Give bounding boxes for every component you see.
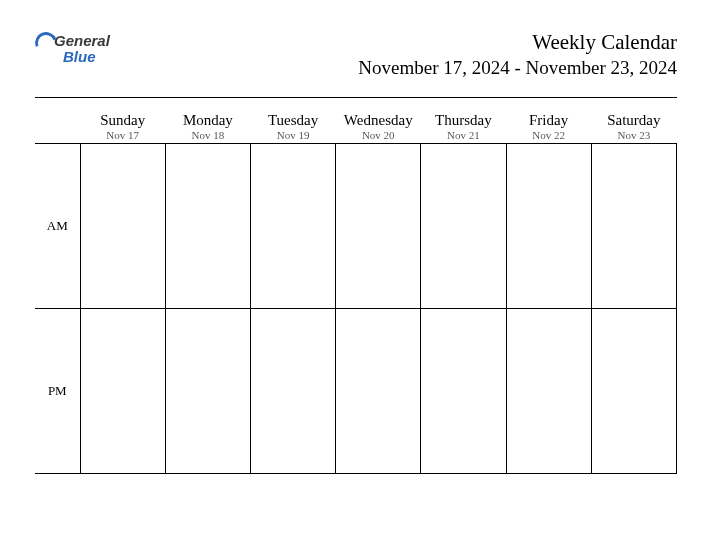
calendar-header-row: Sunday Nov 17 Monday Nov 18 Tuesday Nov … <box>35 108 677 144</box>
cell-am-friday <box>506 144 591 309</box>
period-label-am: AM <box>35 144 80 309</box>
day-name: Friday <box>506 112 591 129</box>
cell-pm-friday <box>506 309 591 474</box>
cell-pm-tuesday <box>250 309 335 474</box>
logo-swoosh-icon <box>35 32 53 50</box>
cell-pm-monday <box>165 309 250 474</box>
day-date: Nov 19 <box>250 129 335 141</box>
cell-am-sunday <box>80 144 165 309</box>
day-date: Nov 18 <box>165 129 250 141</box>
day-date: Nov 22 <box>506 129 591 141</box>
calendar-row-pm: PM <box>35 309 677 474</box>
date-range: November 17, 2024 - November 23, 2024 <box>358 57 677 79</box>
day-header-tuesday: Tuesday Nov 19 <box>250 108 335 144</box>
day-date: Nov 17 <box>80 129 165 141</box>
cell-am-tuesday <box>250 144 335 309</box>
header: General Blue Weekly Calendar November 17… <box>35 30 677 79</box>
day-name: Thursday <box>421 112 506 129</box>
day-header-friday: Friday Nov 22 <box>506 108 591 144</box>
day-header-sunday: Sunday Nov 17 <box>80 108 165 144</box>
day-date: Nov 21 <box>421 129 506 141</box>
period-label-pm: PM <box>35 309 80 474</box>
calendar-row-am: AM <box>35 144 677 309</box>
logo-text-blue: Blue <box>63 50 96 64</box>
day-header-thursday: Thursday Nov 21 <box>421 108 506 144</box>
corner-cell <box>35 108 80 144</box>
day-header-wednesday: Wednesday Nov 20 <box>336 108 421 144</box>
logo-text-general: General <box>54 34 110 48</box>
cell-am-saturday <box>591 144 676 309</box>
header-divider <box>35 97 677 98</box>
day-name: Wednesday <box>336 112 421 129</box>
cell-am-wednesday <box>336 144 421 309</box>
cell-pm-sunday <box>80 309 165 474</box>
weekly-calendar-table: Sunday Nov 17 Monday Nov 18 Tuesday Nov … <box>35 108 677 474</box>
day-header-saturday: Saturday Nov 23 <box>591 108 676 144</box>
day-name: Sunday <box>80 112 165 129</box>
logo-generalblue: General Blue <box>35 30 110 64</box>
day-name: Tuesday <box>250 112 335 129</box>
page-title: Weekly Calendar <box>358 30 677 55</box>
cell-pm-wednesday <box>336 309 421 474</box>
day-date: Nov 20 <box>336 129 421 141</box>
day-date: Nov 23 <box>591 129 676 141</box>
cell-am-thursday <box>421 144 506 309</box>
title-block: Weekly Calendar November 17, 2024 - Nove… <box>358 30 677 79</box>
day-header-monday: Monday Nov 18 <box>165 108 250 144</box>
day-name: Saturday <box>591 112 676 129</box>
cell-pm-thursday <box>421 309 506 474</box>
day-name: Monday <box>165 112 250 129</box>
cell-pm-saturday <box>591 309 676 474</box>
cell-am-monday <box>165 144 250 309</box>
